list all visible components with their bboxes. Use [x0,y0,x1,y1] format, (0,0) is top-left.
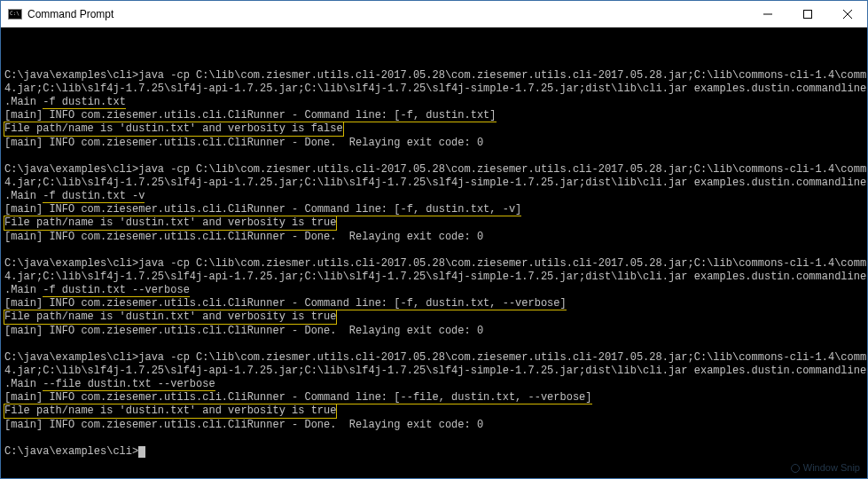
command-line: .Main -f dustin.txt [4,96,864,109]
output-line: [main] INFO com.ziesemer.utils.cli.CliRu… [4,297,864,310]
command-args: --file dustin.txt --verbose [43,378,215,391]
maximize-icon [803,10,812,19]
output-line: [main] INFO com.ziesemer.utils.cli.CliRu… [4,137,864,150]
command-args: -f dustin.txt [43,96,126,109]
command-line: 4.jar;C:\lib\slf4j-1.7.25\slf4j-api-1.7.… [4,365,864,378]
blank-line [4,56,864,69]
prompt-line: C:\java\examples\cli> [4,445,864,459]
cmd-icon: C:\ [8,9,22,20]
output-line: [main] INFO com.ziesemer.utils.cli.CliRu… [4,325,864,338]
cursor [138,446,145,458]
minimize-icon [763,10,772,19]
command-line: .Main --file dustin.txt --verbose [4,378,864,391]
blank-line [4,150,864,163]
command-line: C:\java\examples\cli>java -cp C:\lib\com… [4,351,864,365]
output-highlight: File path/name is 'dustin.txt' and verbo… [4,310,864,325]
command-line: .Main -f dustin.txt -v [4,190,864,203]
command-line: .Main -f dustin.txt --verbose [4,284,864,297]
command-line: 4.jar;C:\lib\slf4j-1.7.25\slf4j-api-1.7.… [4,177,864,190]
command-args: -f dustin.txt --verbose [43,284,190,297]
blank-line [4,338,864,351]
svg-rect-1 [803,10,811,18]
command-prompt-window: C:\ Command Prompt C:\java\examples\cli>… [0,0,868,479]
output-line: [main] INFO com.ziesemer.utils.cli.CliRu… [4,391,864,404]
command-args: -f dustin.txt -v [43,190,145,203]
terminal-content[interactable]: C:\java\examples\cli>java -cp C:\lib\com… [1,27,867,478]
blank-line [4,432,864,445]
window-title: Command Prompt [27,8,747,20]
command-line: C:\java\examples\cli>java -cp C:\lib\com… [4,163,864,177]
output-highlight: File path/name is 'dustin.txt' and verbo… [4,122,864,137]
blank-line [4,244,864,257]
output-line: [main] INFO com.ziesemer.utils.cli.CliRu… [4,419,864,432]
output-highlight: File path/name is 'dustin.txt' and verbo… [4,216,864,231]
window-snip-overlay: Window Snip [791,461,860,475]
output-line: [main] INFO com.ziesemer.utils.cli.CliRu… [4,231,864,244]
command-line: C:\java\examples\cli>java -cp C:\lib\com… [4,257,864,271]
maximize-button[interactable] [787,1,827,27]
command-line: 4.jar;C:\lib\slf4j-1.7.25\slf4j-api-1.7.… [4,271,864,284]
minimize-button[interactable] [747,1,787,27]
close-button[interactable] [827,1,867,27]
output-highlight: File path/name is 'dustin.txt' and verbo… [4,404,864,419]
snip-icon [791,464,800,473]
window-controls [747,1,867,27]
output-line: [main] INFO com.ziesemer.utils.cli.CliRu… [4,203,864,216]
command-line: C:\java\examples\cli>java -cp C:\lib\com… [4,69,864,82]
titlebar[interactable]: C:\ Command Prompt [1,1,867,27]
snip-label: Window Snip [803,461,860,475]
command-line: 4.jar;C:\lib\slf4j-1.7.25\slf4j-api-1.7.… [4,82,864,96]
close-icon [843,10,852,19]
output-line: [main] INFO com.ziesemer.utils.cli.CliRu… [4,109,864,122]
